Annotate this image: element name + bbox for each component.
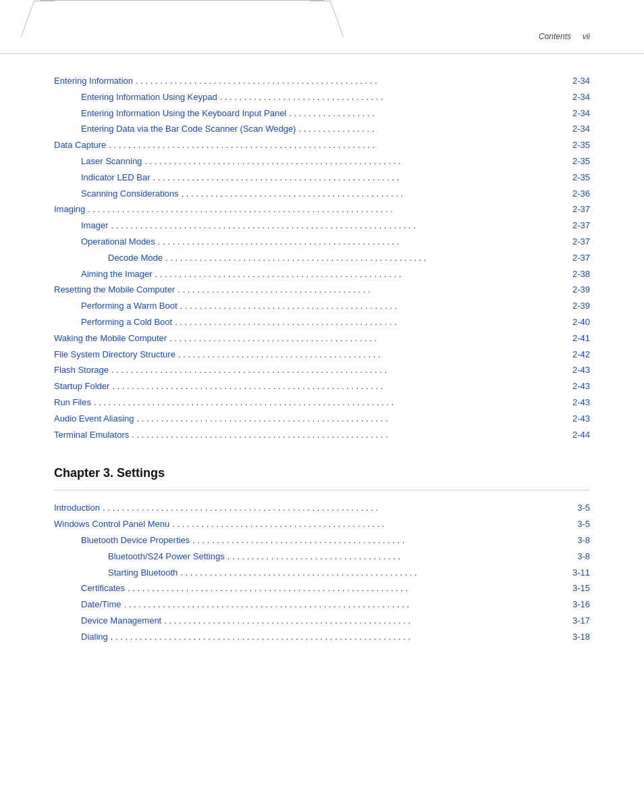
toc-page[interactable]: 2-38	[563, 268, 590, 282]
toc-page[interactable]: 2-42	[563, 348, 590, 362]
toc-link[interactable]: Dialing	[81, 630, 108, 644]
toc-dots: . . . . . . . . . . . . . . . . . . . . …	[158, 235, 560, 249]
toc-entry: Audio Event Aliasing. . . . . . . . . . …	[54, 412, 590, 426]
toc-link[interactable]: File System Directory Structure	[54, 348, 176, 362]
toc-page[interactable]: 2-43	[563, 396, 590, 410]
toc-dots: . . . . . . . . . . . . . . . . . . . . …	[220, 91, 560, 105]
toc-page[interactable]: 3-11	[563, 566, 590, 580]
toc-dots: . . . . . . . . . . . . . . . . . . . . …	[144, 155, 560, 169]
toc-entry: Bluetooth/S24 Power Settings. . . . . . …	[54, 550, 590, 564]
toc-entry: Performing a Cold Boot. . . . . . . . . …	[54, 315, 590, 330]
toc-link[interactable]: Entering Data via the Bar Code Scanner (…	[81, 122, 296, 136]
toc-link[interactable]: Operational Modes	[81, 235, 155, 249]
toc-entry: Device Management. . . . . . . . . . . .…	[54, 614, 590, 628]
toc-link[interactable]: Introduction	[54, 501, 100, 515]
toc-content: Entering Information. . . . . . . . . . …	[0, 61, 644, 674]
toc-link[interactable]: Entering Information Using Keypad	[81, 91, 217, 105]
toc-page[interactable]: 2-35	[563, 171, 590, 185]
toc-link[interactable]: Audio Event Aliasing	[54, 412, 134, 426]
toc-entry: Introduction. . . . . . . . . . . . . . …	[54, 501, 590, 515]
toc-link[interactable]: Performing a Cold Boot	[81, 315, 172, 330]
toc-page[interactable]: 2-34	[563, 107, 590, 121]
toc-page[interactable]: 2-39	[563, 299, 590, 313]
toc-link[interactable]: Waking the Mobile Computer	[54, 332, 167, 346]
page-info: Contents vii	[539, 32, 590, 41]
toc-dots: . . . . . . . . . . . . . . . . . . . . …	[128, 582, 560, 596]
toc-entry: Starting Bluetooth. . . . . . . . . . . …	[54, 566, 590, 580]
section-divider	[54, 490, 590, 490]
toc-link[interactable]: Entering Information	[54, 74, 133, 88]
toc-page[interactable]: 2-43	[563, 363, 590, 378]
toc-link[interactable]: Starting Bluetooth	[108, 566, 178, 580]
toc-page[interactable]: 3-8	[563, 534, 590, 548]
toc-dots: . . . . . . . . . . . . . . . . . .	[289, 107, 560, 121]
toc-page[interactable]: 2-39	[563, 283, 590, 297]
toc-page[interactable]: 2-34	[563, 91, 590, 105]
toc-page[interactable]: 2-37	[563, 203, 590, 217]
toc-entry: Aiming the Imager. . . . . . . . . . . .…	[54, 268, 590, 282]
toc-entry: Operational Modes. . . . . . . . . . . .…	[54, 235, 590, 249]
toc-dots: . . . . . . . . . . . . . . . . . . . . …	[88, 203, 560, 217]
toc-link[interactable]: Terminal Emulators	[54, 428, 129, 442]
toc-link[interactable]: Bluetooth/S24 Power Settings	[108, 550, 225, 564]
toc-link[interactable]: Aiming the Imager	[81, 268, 153, 282]
toc-link[interactable]: Imager	[81, 219, 108, 233]
toc-page[interactable]: 2-35	[563, 155, 590, 169]
toc-page[interactable]: 2-36	[563, 187, 590, 201]
toc-link[interactable]: Decode Mode	[108, 251, 163, 265]
toc-link[interactable]: Resetting the Mobile Computer	[54, 283, 175, 297]
toc-page[interactable]: 2-43	[563, 380, 590, 394]
toc-dots: . . . . . . . . . . . . . . . . . . . . …	[153, 171, 560, 185]
toc-dots: . . . . . . . . . . . . . . . . . . . . …	[103, 501, 560, 515]
toc-page[interactable]: 3-18	[563, 630, 590, 644]
toc-entry: Startup Folder. . . . . . . . . . . . . …	[54, 380, 590, 394]
toc-link[interactable]: Date/Time	[81, 598, 121, 612]
toc-link[interactable]: Indicator LED Bar	[81, 171, 151, 185]
toc-link[interactable]: Bluetooth Device Properties	[81, 534, 190, 548]
toc-entry: Waking the Mobile Computer. . . . . . . …	[54, 332, 590, 346]
toc-page[interactable]: 3-16	[563, 598, 590, 612]
toc-entry: Flash Storage. . . . . . . . . . . . . .…	[54, 363, 590, 378]
toc-page[interactable]: 2-35	[563, 138, 590, 153]
toc-list: Entering Information. . . . . . . . . . …	[54, 74, 590, 442]
toc-entry: Performing a Warm Boot. . . . . . . . . …	[54, 299, 590, 313]
toc-link[interactable]: Flash Storage	[54, 363, 109, 378]
toc-page[interactable]: 2-34	[563, 74, 590, 88]
toc-entry: Run Files. . . . . . . . . . . . . . . .…	[54, 396, 590, 410]
toc-page[interactable]: 2-44	[563, 428, 590, 442]
toc-page[interactable]: 2-43	[563, 412, 590, 426]
toc-link[interactable]: Device Management	[81, 614, 161, 628]
toc-link[interactable]: Scanning Considerations	[81, 187, 179, 201]
toc-page[interactable]: 2-37	[563, 219, 590, 233]
toc-link[interactable]: Laser Scanning	[81, 155, 142, 169]
toc-entry: Dialing. . . . . . . . . . . . . . . . .…	[54, 630, 590, 644]
toc-entry: Imager. . . . . . . . . . . . . . . . . …	[54, 219, 590, 233]
toc-dots: . . . . . . . . . . . . . . . . . . . . …	[178, 348, 560, 362]
toc-page[interactable]: 3-8	[563, 550, 590, 564]
toc-page[interactable]: 2-37	[563, 251, 590, 265]
toc-entry: Laser Scanning. . . . . . . . . . . . . …	[54, 155, 590, 169]
toc-entry: Indicator LED Bar. . . . . . . . . . . .…	[54, 171, 590, 185]
toc-link[interactable]: Imaging	[54, 203, 85, 217]
toc-page[interactable]: 2-34	[563, 122, 590, 136]
toc-dots: . . . . . . . . . . . . . . . . . . . . …	[227, 550, 560, 564]
toc-dots: . . . . . . . . . . . . . . . . . . . . …	[182, 187, 560, 201]
toc-entry: Entering Information Using Keypad. . . .…	[54, 91, 590, 105]
toc-page[interactable]: 3-5	[563, 517, 590, 532]
toc-link[interactable]: Certificates	[81, 582, 125, 596]
toc-link[interactable]: Entering Information Using the Keyboard …	[81, 107, 286, 121]
toc-entry: Entering Information. . . . . . . . . . …	[54, 74, 590, 88]
toc-link[interactable]: Startup Folder	[54, 380, 109, 394]
toc-link[interactable]: Data Capture	[54, 138, 106, 153]
toc-page[interactable]: 3-17	[563, 614, 590, 628]
toc-link[interactable]: Run Files	[54, 396, 91, 410]
toc-page[interactable]: 2-37	[563, 235, 590, 249]
toc-page[interactable]: 3-5	[563, 501, 590, 515]
toc-page[interactable]: 2-41	[563, 332, 590, 346]
toc-link[interactable]: Windows Control Panel Menu	[54, 517, 169, 532]
toc-link[interactable]: Performing a Warm Boot	[81, 299, 178, 313]
toc-page[interactable]: 2-40	[563, 315, 590, 330]
toc-page[interactable]: 3-15	[563, 582, 590, 596]
toc-entry: Terminal Emulators. . . . . . . . . . . …	[54, 428, 590, 442]
toc-dots: . . . . . . . . . . . . . . . . . . . . …	[164, 614, 560, 628]
